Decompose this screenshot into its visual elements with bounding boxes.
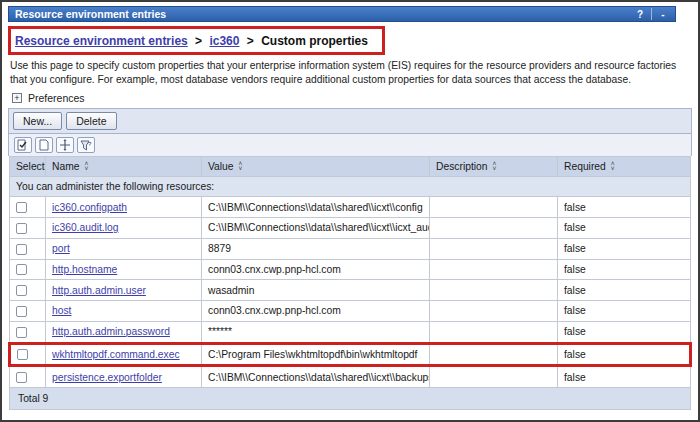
property-name-link[interactable]: http.hostname <box>52 264 117 275</box>
preferences-section: + Preferences <box>12 92 692 104</box>
page-description: Use this page to specify custom properti… <box>10 59 690 86</box>
property-name-link[interactable]: port <box>52 243 70 254</box>
required-cell: false <box>558 217 691 238</box>
table-row: wkhtmltopdf.command.exec C:\Program File… <box>10 343 691 366</box>
total-count: Total 9 <box>10 388 691 410</box>
required-cell: false <box>558 280 691 301</box>
portlet-titlebar: Resource environment entries ? - <box>8 6 676 22</box>
minimize-button[interactable]: - <box>655 7 671 21</box>
property-name-link[interactable]: http.auth.admin.password <box>52 326 170 337</box>
name-cell: wkhtmltopdf.command.exec <box>46 343 202 366</box>
table-row: ic360.configpath C:\\IBM\\Connections\\d… <box>10 197 691 218</box>
select-cell <box>10 238 46 259</box>
description-cell <box>430 197 558 218</box>
name-cell: persistence.exportfolder <box>46 366 202 388</box>
required-cell: false <box>558 343 691 366</box>
delete-button[interactable]: Delete <box>66 112 116 130</box>
value-cell: C:\\IBM\\Connections\\data\\shared\\icxt… <box>202 197 430 218</box>
row-checkbox[interactable] <box>16 244 27 255</box>
value-cell: 8879 <box>202 238 430 259</box>
value-cell: conn03.cnx.cwp.pnp-hcl.com <box>202 301 430 322</box>
table-toolbar: ? <box>8 133 692 156</box>
value-cell: ****** <box>202 321 430 343</box>
select-cell <box>10 343 46 366</box>
description-cell <box>430 259 558 280</box>
required-cell: false <box>558 301 691 322</box>
value-cell: conn03.cnx.cwp.pnp-hcl.com <box>202 259 430 280</box>
breadcrumb-current: Custom properties <box>261 34 368 48</box>
sort-icon[interactable]: ˄˅ <box>493 162 497 171</box>
description-cell <box>430 366 558 388</box>
breadcrumb-separator: > <box>247 34 254 48</box>
property-name-link[interactable]: host <box>52 305 71 316</box>
table-banner-text: You can administer the following resourc… <box>10 177 691 197</box>
row-checkbox[interactable] <box>16 327 27 338</box>
description-cell <box>430 280 558 301</box>
select-all-icon[interactable] <box>14 137 32 153</box>
expand-icon[interactable]: + <box>12 93 22 103</box>
name-cell: ic360.configpath <box>46 197 202 218</box>
table-row: persistence.exportfolder C:\\IBM\\Connec… <box>10 366 691 388</box>
row-checkbox[interactable] <box>17 349 28 360</box>
property-name-link[interactable]: persistence.exportfolder <box>52 372 162 383</box>
sort-icon[interactable]: ˄˅ <box>239 162 243 171</box>
column-header-required: Required˄˅ <box>558 157 691 177</box>
deselect-all-icon[interactable] <box>35 137 53 153</box>
table-row: ic360.audit.log C:\\IBM\\Connections\\da… <box>10 217 691 238</box>
show-filter-icon[interactable] <box>56 137 74 153</box>
name-cell: http.auth.admin.password <box>46 321 202 343</box>
row-checkbox[interactable] <box>16 372 27 383</box>
table-row: port 8879 false <box>10 238 691 259</box>
column-header-value: Value˄˅ <box>202 157 430 177</box>
select-cell <box>10 321 46 343</box>
column-header-description: Description˄˅ <box>430 157 558 177</box>
table-row: http.hostname conn03.cnx.cwp.pnp-hcl.com… <box>10 259 691 280</box>
required-cell: false <box>558 366 691 388</box>
portlet-title: Resource environment entries <box>15 8 166 20</box>
select-cell <box>10 366 46 388</box>
row-checkbox[interactable] <box>16 285 27 296</box>
property-name-link[interactable]: wkhtmltopdf.command.exec <box>52 349 180 360</box>
table-header-row: Select Name˄˅ Value˄˅ Description˄˅ Requ… <box>10 157 691 177</box>
name-cell: ic360.audit.log <box>46 217 202 238</box>
description-cell <box>430 321 558 343</box>
description-cell <box>430 238 558 259</box>
table-row: host conn03.cnx.cwp.pnp-hcl.com false <box>10 301 691 322</box>
name-cell: host <box>46 301 202 322</box>
required-cell: false <box>558 238 691 259</box>
help-button[interactable]: ? <box>632 7 648 21</box>
name-cell: http.hostname <box>46 259 202 280</box>
titlebar-divider <box>651 8 652 20</box>
table-body: ic360.configpath C:\\IBM\\Connections\\d… <box>10 197 691 388</box>
row-checkbox[interactable] <box>16 223 27 234</box>
property-name-link[interactable]: ic360.audit.log <box>52 222 118 233</box>
custom-properties-table: Select Name˄˅ Value˄˅ Description˄˅ Requ… <box>8 156 692 410</box>
sort-icon[interactable]: ˄˅ <box>84 162 88 171</box>
description-cell <box>430 343 558 366</box>
table-banner-row: You can administer the following resourc… <box>10 177 691 197</box>
row-checkbox[interactable] <box>16 264 27 275</box>
breadcrumb-separator: > <box>195 34 202 48</box>
required-cell: false <box>558 321 691 343</box>
column-header-name: Name˄˅ <box>46 157 202 177</box>
sort-icon[interactable]: ˄˅ <box>611 162 615 171</box>
breadcrumb-link-resource-env-entries[interactable]: Resource environment entries <box>15 34 188 48</box>
action-button-bar: New... Delete <box>8 108 692 133</box>
required-cell: false <box>558 259 691 280</box>
select-cell <box>10 217 46 238</box>
select-cell <box>10 259 46 280</box>
row-checkbox[interactable] <box>16 306 27 317</box>
property-name-link[interactable]: ic360.configpath <box>52 202 127 213</box>
name-cell: http.auth.admin.user <box>46 280 202 301</box>
preferences-label: Preferences <box>28 92 85 104</box>
clear-filter-icon[interactable]: ? <box>77 137 95 153</box>
table-row: http.auth.admin.user wasadmin false <box>10 280 691 301</box>
breadcrumb: Resource environment entries > ic360 > C… <box>15 34 368 48</box>
property-name-link[interactable]: http.auth.admin.user <box>52 285 146 296</box>
new-button[interactable]: New... <box>13 112 62 130</box>
row-checkbox[interactable] <box>16 202 27 213</box>
table-row: http.auth.admin.password ****** false <box>10 321 691 343</box>
column-header-select: Select <box>10 157 46 177</box>
breadcrumb-link-ic360[interactable]: ic360 <box>209 34 239 48</box>
select-cell <box>10 280 46 301</box>
